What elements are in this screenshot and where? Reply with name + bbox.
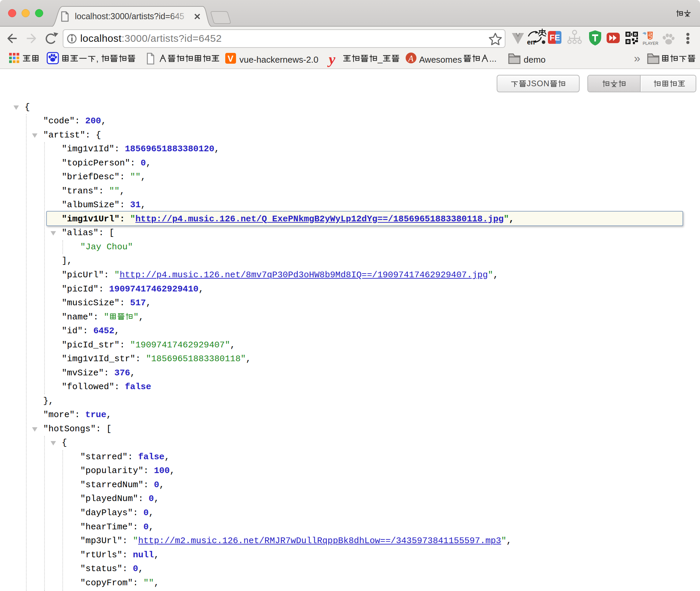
svg-text:»: » (634, 52, 640, 64)
svg-text:y: y (327, 51, 336, 67)
svg-text:V: V (228, 54, 234, 64)
svg-text:A: A (408, 54, 414, 63)
